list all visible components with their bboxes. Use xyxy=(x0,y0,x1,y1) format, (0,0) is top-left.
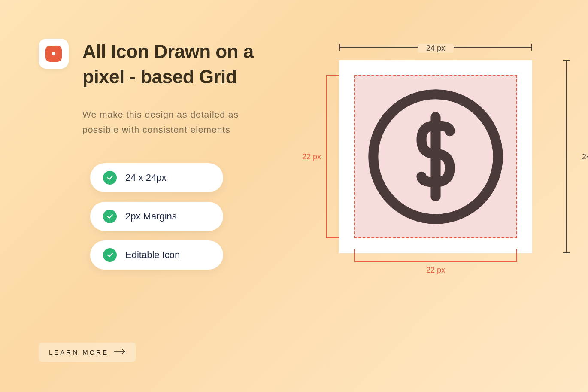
dollar-coin-icon xyxy=(365,86,506,228)
bracket-bottom-label: 22 px xyxy=(426,266,445,275)
feature-list: 24 x 24px 2px Margins Editable Icon xyxy=(90,163,262,270)
grid-diagram: 24 px 24 px 22 px 22 px xyxy=(318,39,558,279)
page-title: All Icon Drawn on a pixel - based Grid xyxy=(82,39,262,90)
bracket-left: 22 px xyxy=(326,75,339,238)
bracket-left-label: 22 px xyxy=(302,152,321,161)
bracket-bottom: 22 px xyxy=(354,249,517,262)
feature-label: 24 x 24px xyxy=(125,172,166,183)
feature-pill: Editable Icon xyxy=(90,240,223,270)
feature-label: 2px Margins xyxy=(125,211,177,222)
arrow-right-icon xyxy=(114,349,126,356)
feature-label: Editable Icon xyxy=(125,249,180,261)
ruler-top-label: 24 px xyxy=(418,44,454,53)
feature-pill: 2px Margins xyxy=(90,202,223,231)
ruler-right-label: 24 px xyxy=(582,152,588,161)
page-subtitle: We make this design as detailed as possi… xyxy=(82,107,262,137)
ruler-right: 24 px xyxy=(562,60,571,253)
check-icon xyxy=(103,248,117,262)
logo-square-icon xyxy=(45,46,62,62)
learn-more-label: LEARN MORE xyxy=(49,349,109,356)
check-icon xyxy=(103,210,117,223)
ruler-top: 24 px xyxy=(339,43,532,52)
feature-pill: 24 x 24px xyxy=(90,163,223,192)
check-icon xyxy=(103,171,117,185)
logo-dot-icon xyxy=(52,52,55,55)
learn-more-button[interactable]: LEARN MORE xyxy=(39,343,136,362)
logo-badge xyxy=(39,39,69,69)
